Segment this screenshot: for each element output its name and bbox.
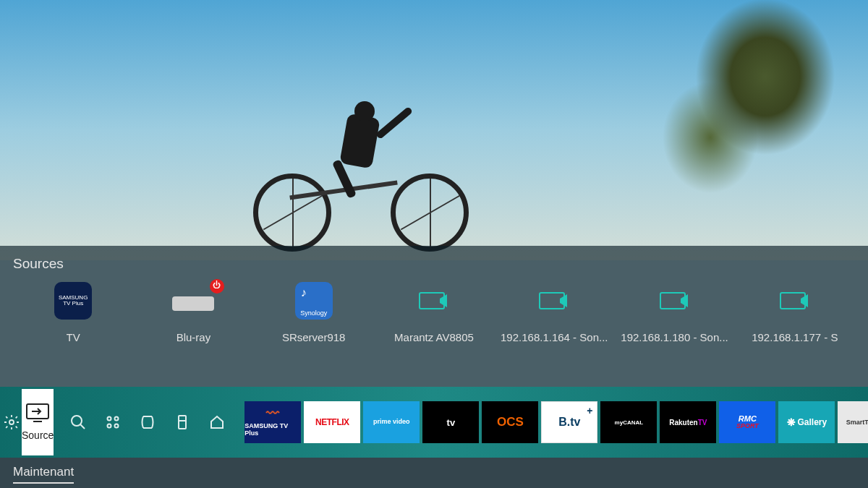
app-label: Rakuten <box>669 419 697 427</box>
now-panel: Maintenant <box>0 458 868 488</box>
source-item-marantz[interactable]: Marantz AV8805 <box>374 282 494 343</box>
app-row: SAMSUNG TV Plus NETFLIX prime video tv O… <box>244 401 868 443</box>
app-smartthings[interactable]: SmartThings <box>838 401 868 443</box>
launcher-bar: Source SAMSUNG TV Plus NETFLIX prime vid… <box>0 387 868 458</box>
app-label: B.tv <box>558 416 580 429</box>
sources-panel: Sources SAMSUNGTV Plus TV Blu-ray Synolo… <box>0 246 868 387</box>
apps-button[interactable] <box>95 406 130 438</box>
ambient-button[interactable] <box>130 406 165 438</box>
source-button-label: Source <box>22 429 54 441</box>
app-label: SAMSUNG TV Plus <box>244 423 301 437</box>
app-apple-tv[interactable]: tv <box>422 401 479 443</box>
hdmi-device-icon <box>535 282 573 320</box>
app-mycanal[interactable]: myCANAL <box>600 401 657 443</box>
source-label: Blu-ray <box>176 331 211 343</box>
svg-rect-13 <box>179 416 186 429</box>
app-label: myCANAL <box>615 419 644 426</box>
source-label: 192.168.1.177 - S <box>752 331 838 343</box>
source-label: Marantz AV8805 <box>394 331 474 343</box>
svg-point-7 <box>72 416 82 426</box>
app-label: SmartThings <box>846 419 868 426</box>
app-label: Gallery <box>798 417 827 427</box>
svg-point-11 <box>108 424 111 428</box>
synology-icon: Synology <box>295 282 333 320</box>
source-item-bluray[interactable]: Blu-ray <box>133 282 253 343</box>
source-label: 192.168.1.180 - Son... <box>621 331 728 343</box>
home-button[interactable] <box>200 406 234 438</box>
source-item-net-180[interactable]: 192.168.1.180 - Son... <box>614 282 734 343</box>
app-ocs[interactable]: OCS <box>482 401 538 443</box>
app-gallery[interactable]: Gallery <box>778 401 835 443</box>
bluray-device-icon <box>172 296 214 311</box>
app-rmc-sport[interactable]: RMCSPORT <box>719 401 775 443</box>
source-button-selected[interactable]: Source <box>22 389 54 455</box>
svg-point-9 <box>108 417 111 421</box>
tree-graphic <box>600 0 868 260</box>
app-btv[interactable]: B.tv <box>541 401 597 443</box>
sources-title: Sources <box>13 256 855 272</box>
source-item-net-164[interactable]: 192.168.1.164 - Son... <box>494 282 614 343</box>
app-label: OCS <box>497 415 524 429</box>
source-item-tv[interactable]: SAMSUNGTV Plus TV <box>13 282 133 343</box>
app-label: TV <box>698 419 707 427</box>
app-prime-video[interactable]: prime video <box>363 401 420 443</box>
now-label: Maintenant <box>13 465 74 479</box>
app-netflix[interactable]: NETFLIX <box>304 401 360 443</box>
hdmi-device-icon <box>776 282 814 320</box>
nav-icons <box>58 406 237 438</box>
app-rakuten-tv[interactable]: RakutenTV <box>660 401 716 443</box>
app-label: SPORT <box>736 423 759 429</box>
source-item-srserver[interactable]: Synology SRserver918 <box>254 282 374 343</box>
app-label: NETFLIX <box>315 417 349 427</box>
samsung-tvplus-icon: SAMSUNGTV Plus <box>54 282 92 320</box>
svg-point-12 <box>115 424 119 428</box>
app-label: tv <box>447 417 456 428</box>
background-scene <box>0 0 868 260</box>
sources-row: SAMSUNGTV Plus TV Blu-ray Synology SRser… <box>13 282 855 343</box>
source-item-net-177[interactable]: 192.168.1.177 - S <box>735 282 855 343</box>
source-input-icon <box>26 403 49 422</box>
search-button[interactable] <box>61 406 95 438</box>
svg-point-4 <box>9 420 14 424</box>
settings-button[interactable] <box>3 406 20 438</box>
cyclist-graphic <box>253 80 485 253</box>
source-label: SRserver918 <box>282 331 346 343</box>
app-label: prime video <box>373 419 410 426</box>
svg-point-10 <box>115 417 119 421</box>
svg-line-8 <box>80 424 85 429</box>
source-label: TV <box>67 331 80 343</box>
fridge-button[interactable] <box>165 406 200 438</box>
hdmi-device-icon <box>415 282 453 320</box>
hdmi-device-icon <box>656 282 694 320</box>
source-label: 192.168.1.164 - Son... <box>501 331 608 343</box>
app-samsung-tv-plus[interactable]: SAMSUNG TV Plus <box>244 401 301 443</box>
